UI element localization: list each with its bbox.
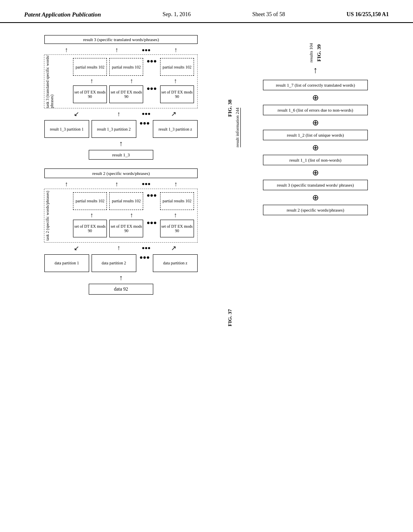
dots-dp: ●●●: [139, 254, 150, 261]
exmods-b3: set of DT EX mods 90: [160, 220, 194, 237]
publication-date: Sep. 1, 2016: [163, 11, 191, 18]
partial-results-1: partial results 102: [73, 58, 107, 76]
right-panel: results 104 FIG. 39 ↑ result 1_7 (list o…: [234, 35, 397, 511]
dots-mid: ●●●: [141, 47, 152, 53]
arrow-r2-1: ↑: [44, 181, 88, 188]
arrow-up-2: ↑: [95, 46, 139, 54]
arrow-partial-1: ↑: [73, 77, 111, 85]
arrow-pb-2: ↑: [113, 212, 150, 219]
data92-box: data 92: [89, 284, 153, 295]
arrow-dp-3: ↗: [154, 244, 194, 252]
arrow-pb-1: ↑: [73, 212, 111, 219]
task2-label: task 2 (specific words/phrases): [44, 189, 50, 242]
plus-5: ⊕: [312, 193, 319, 202]
arrow-partial-3: ↑: [156, 77, 194, 85]
fig39-label: FIG. 39: [316, 44, 322, 62]
patent-number: US 16/255,150 A1: [346, 11, 389, 18]
plus-1: ⊕: [312, 93, 319, 102]
result1-7-box: result 1_7 (list of correctly translated…: [263, 80, 368, 90]
dots-2: ●●●: [146, 85, 157, 92]
arrow-data92: ↑: [44, 274, 198, 283]
dots-1: ●●●: [146, 58, 157, 64]
partial-results-3: partial results 102: [160, 58, 194, 76]
left-panel: result 3 (specific translated words/phra…: [16, 35, 226, 511]
result1-2-box: result 1_2 (list of unique words): [263, 130, 368, 140]
result3-top-box: result 3 (specific translated words/phra…: [44, 35, 198, 44]
result13-box: result 1_3: [89, 150, 153, 160]
partition-z: result 1_3 partition z: [153, 120, 198, 138]
partition-2: result 1_3 partition 2: [92, 120, 136, 138]
arrow-partition-1: ↙: [56, 110, 96, 118]
arrow-results104: ↑: [313, 65, 318, 75]
partial-results-b2: partial results 102: [109, 192, 143, 210]
arrow-up-3: ↑: [154, 46, 198, 54]
arrow-partition-3: ↗: [154, 110, 194, 118]
results104-label: results 104: [309, 43, 313, 62]
arrow-result13: ↑: [44, 139, 198, 148]
data-partition-z: data partition z: [153, 254, 198, 272]
page-header: Patent Application Publication Sep. 1, 2…: [0, 0, 413, 23]
exmods-b2: set of DT EX mods 90: [109, 220, 143, 237]
task2-dashed-region: task 2 (specific words/phrases) partial …: [44, 189, 198, 243]
partition-1: result 1_3 partition 1: [44, 120, 89, 138]
arrow-partition-2: ↑: [99, 110, 139, 118]
exmods-1: set of DT EX mods 90: [73, 85, 107, 103]
fig38-label: FIG. 38: [227, 100, 233, 117]
partial-results-2: partial results 102: [109, 58, 143, 76]
publication-title: Patent Application Publication: [24, 11, 101, 18]
dots-b2: ●●●: [146, 220, 157, 226]
arrow-r2-2: ↑: [95, 181, 139, 188]
partial-results-b3: partial results 102: [160, 192, 194, 210]
task3-dashed-region: task 3 (translated specific words/ phras…: [44, 54, 198, 108]
main-content: result 3 (specific translated words/phra…: [0, 23, 413, 523]
data-partition-1: data partition 1: [44, 254, 89, 272]
arrow-dp-2: ↑: [99, 244, 139, 251]
exmods-3: set of DT EX mods 90: [160, 85, 194, 103]
sheet-info: Sheet 35 of 58: [252, 11, 285, 18]
task3-label: task 3 (translated specific words/ phras…: [44, 55, 55, 108]
plus-3: ⊕: [312, 143, 319, 152]
dots-3: ●●●: [139, 120, 150, 127]
result2-top-box: result 2 (specific words/phrases): [44, 168, 198, 178]
result3-box: result 3 (specific translated words/ phr…: [263, 180, 368, 190]
exmods-2: set of DT EX mods 90: [109, 85, 143, 103]
exmods-b1: set of DT EX mods 90: [73, 220, 107, 237]
plus-4: ⊕: [312, 168, 319, 177]
arrow-up-1: ↑: [44, 46, 88, 54]
arrow-pb-3: ↑: [156, 212, 194, 219]
arrow-partial-2: ↑: [113, 77, 150, 85]
result2-box: result 2 (specific words/phrases): [263, 205, 368, 215]
result1-6-box: result 1_6 (list of errors due to non-wo…: [263, 105, 368, 115]
arrow-r2-3: ↑: [154, 181, 198, 188]
fig37-label: FIG. 37: [227, 309, 233, 326]
arrow-dp-1: ↙: [56, 244, 96, 252]
partial-results-b1: partial results 102: [73, 192, 107, 210]
result1-1-box: result 1_1 (list of non-words): [263, 155, 368, 165]
plus-2: ⊕: [312, 118, 319, 127]
result-info-label: result information 244: [235, 108, 241, 147]
dots-b1: ●●●: [146, 192, 157, 199]
data-partition-2: data partition 2: [92, 254, 136, 272]
